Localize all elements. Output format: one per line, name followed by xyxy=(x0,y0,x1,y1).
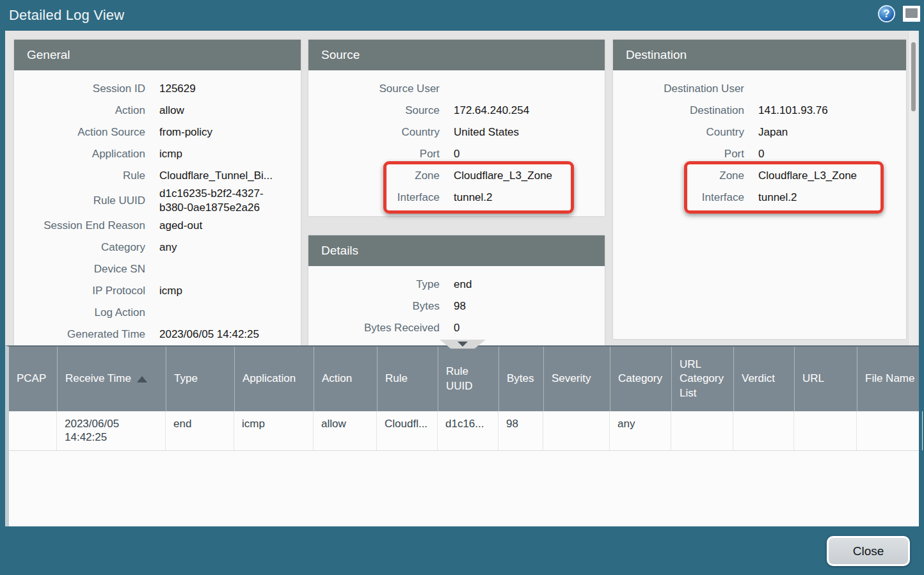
column-header-label: Receive Time xyxy=(65,372,131,386)
field-bytes-received: Bytes Received0 xyxy=(308,317,605,339)
window-restore-icon[interactable] xyxy=(903,6,920,22)
cell-url xyxy=(794,411,857,450)
field-session-end-reason: Session End Reasonaged-out xyxy=(14,215,301,237)
column-header-file-name[interactable]: File Name xyxy=(857,347,923,411)
field-generated-time: Generated Time2023/06/05 14:42:25 xyxy=(14,324,301,345)
window-restore-icon-inner xyxy=(905,8,918,18)
field-label: Bytes Received xyxy=(308,322,440,335)
field-source-user: Source User xyxy=(308,78,605,100)
dialog-title: Detailed Log View xyxy=(9,7,124,24)
field-value: 125629 xyxy=(159,82,205,96)
cell-url-category-list xyxy=(671,411,733,450)
field-value: United States xyxy=(454,125,528,139)
field-value: 0 xyxy=(758,147,773,161)
column-header-application[interactable]: Application xyxy=(234,347,314,411)
sort-ascending-icon xyxy=(137,376,147,382)
field-application: Applicationicmp xyxy=(14,143,301,165)
cell-severity xyxy=(543,411,610,450)
field-value: 172.64.240.254 xyxy=(454,104,538,118)
field-value: icmp xyxy=(159,284,191,298)
field-value: tunnel.2 xyxy=(454,191,502,205)
field-zone: ZoneCloudflare_L3_Zone xyxy=(613,165,906,187)
panel-title: General xyxy=(27,48,70,62)
field-label: Port xyxy=(308,148,440,161)
field-value: 98 xyxy=(454,299,475,313)
field-value: Cloudflare_L3_Zone xyxy=(758,169,866,183)
field-value: Cloudflare_Tunnel_Bi... xyxy=(159,169,282,183)
column-header-severity[interactable]: Severity xyxy=(543,347,610,411)
field-destination-user: Destination User xyxy=(613,78,906,100)
field-value: 0 xyxy=(454,321,468,335)
cell-file-name xyxy=(857,411,923,450)
column-header-bytes[interactable]: Bytes xyxy=(498,347,543,411)
column-header-category[interactable]: Category xyxy=(610,347,671,411)
field-label: IP Protocol xyxy=(14,285,145,297)
field-action: Actionallow xyxy=(14,100,301,122)
column-header-rule[interactable]: Rule xyxy=(377,347,438,411)
panel-details-body: TypeendBytes98Bytes Received0 xyxy=(308,266,605,339)
column-header-type[interactable]: Type xyxy=(166,347,234,411)
field-label: Zone xyxy=(308,169,440,182)
field-label: Country xyxy=(613,126,744,139)
field-country: CountryJapan xyxy=(613,122,906,143)
close-button[interactable]: Close xyxy=(827,536,910,566)
field-action-source: Action Sourcefrom-policy xyxy=(14,122,301,143)
cell-receive-time: 2023/06/05 14:42:25 xyxy=(57,411,166,450)
field-interface: Interfacetunnel.2 xyxy=(308,187,605,209)
field-session-id: Session ID125629 xyxy=(14,78,301,100)
column-header-url-category-list[interactable]: URL Category List xyxy=(671,347,733,411)
column-header-url[interactable]: URL xyxy=(794,347,857,411)
cell-rule-uuid: d1c16... xyxy=(438,411,498,450)
column-header-label: PCAP xyxy=(17,372,46,386)
field-label: Session ID xyxy=(14,83,145,95)
column-header-receive-time[interactable]: Receive Time xyxy=(57,347,166,411)
panel-source-header: Source xyxy=(308,40,605,70)
help-glyph: ? xyxy=(884,8,890,20)
field-value: 0 xyxy=(454,147,468,161)
field-label: Bytes xyxy=(308,300,440,313)
field-category: Categoryany xyxy=(14,237,301,258)
help-icon[interactable]: ? xyxy=(878,5,895,22)
panel-destination-body: Destination UserDestination141.101.93.76… xyxy=(613,70,906,209)
detail-pane-scrollbar[interactable] xyxy=(908,31,918,345)
column-header-pcap[interactable]: PCAP xyxy=(9,347,57,411)
cell-verdict xyxy=(733,411,794,450)
field-interface: Interfacetunnel.2 xyxy=(613,187,906,209)
field-label: Rule UUID xyxy=(14,194,145,207)
log-table-header: PCAPReceive TimeTypeApplicationActionRul… xyxy=(9,347,919,411)
field-zone: ZoneCloudflare_L3_Zone xyxy=(308,165,605,187)
field-rule-uuid: Rule UUIDd1c16235-b2f2-4327- b380-0ae187… xyxy=(14,187,301,215)
field-value: any xyxy=(159,240,186,255)
field-rule: RuleCloudflare_Tunnel_Bi... xyxy=(14,165,301,187)
field-value: aged-out xyxy=(159,219,211,233)
field-label: Interface xyxy=(613,191,744,204)
field-log-action: Log Action xyxy=(14,302,301,324)
log-row[interactable]: 2023/06/05 14:42:25endicmpallowCloudfl..… xyxy=(9,411,919,451)
title-bar: Detailed Log View ? xyxy=(0,0,924,31)
field-label: Action Source xyxy=(14,126,145,139)
panel-title: Destination xyxy=(626,48,687,62)
field-source: Source172.64.240.254 xyxy=(308,100,605,122)
field-value: end xyxy=(454,278,481,292)
cell-bytes: 98 xyxy=(498,411,543,450)
panel-destination-header: Destination xyxy=(613,40,906,70)
panel-general-header: General xyxy=(14,40,301,70)
field-value: d1c16235-b2f2-4327- b380-0ae1875e2a26 xyxy=(159,187,273,215)
column-header-label: Category xyxy=(618,372,662,386)
panel-general-body: Session ID125629ActionallowAction Source… xyxy=(14,70,301,345)
column-header-label: Application xyxy=(243,372,296,386)
field-port: Port0 xyxy=(613,143,906,165)
scrollbar-thumb[interactable] xyxy=(911,42,916,111)
field-device-sn: Device SN xyxy=(14,258,301,280)
field-value: allow xyxy=(159,104,193,118)
field-label: Session End Reason xyxy=(14,219,145,232)
column-header-label: Rule UUID xyxy=(446,365,491,393)
field-label: Zone xyxy=(613,169,744,182)
column-header-rule-uuid[interactable]: Rule UUID xyxy=(438,347,498,411)
column-header-label: Verdict xyxy=(742,372,775,386)
field-port: Port0 xyxy=(308,143,605,165)
column-header-verdict[interactable]: Verdict xyxy=(733,347,794,411)
field-type: Typeend xyxy=(308,274,605,295)
column-header-action[interactable]: Action xyxy=(314,347,377,411)
cell-action: allow xyxy=(314,411,377,450)
